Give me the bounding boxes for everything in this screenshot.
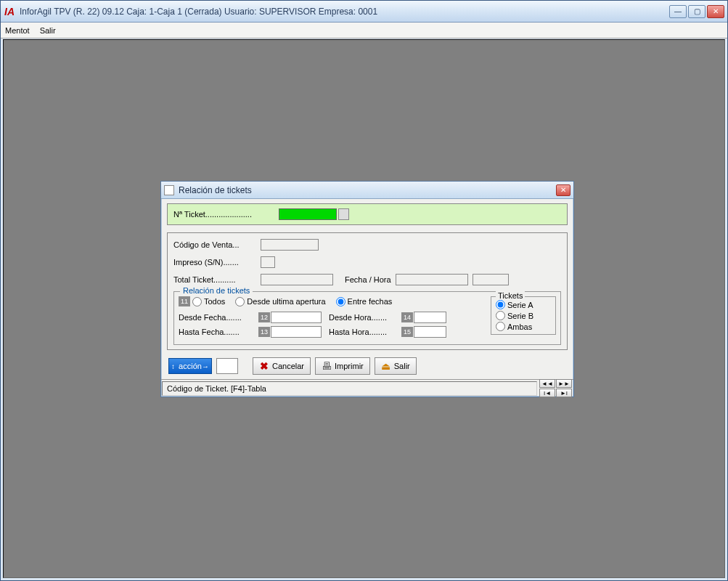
hora-input[interactable] xyxy=(473,274,509,285)
fecha-hora-label: Fecha / Hora xyxy=(345,275,391,284)
main-window: IA InforAgil TPV (R. 22) 09.12 Caja: 1-C… xyxy=(0,0,728,581)
dialog-body: Nª Ticket..................... Código de… xyxy=(161,199,573,379)
fieldset-legend: Relación de tickets xyxy=(180,286,253,295)
status-bar: Código de Ticket. [F4]-Tabla ◄◄ ►► I◄ ►I xyxy=(161,379,573,397)
desde-fecha-input[interactable] xyxy=(271,312,322,323)
cancel-button[interactable]: ✖ Cancelar xyxy=(253,357,311,375)
badge-15: 15 xyxy=(401,327,413,337)
ticket-lookup-button[interactable] xyxy=(338,208,349,220)
exit-button[interactable]: ⏏ Salir xyxy=(375,357,417,375)
badge-13: 13 xyxy=(258,327,270,337)
dialog-title: Relación de tickets xyxy=(179,185,556,195)
close-button[interactable]: ✕ xyxy=(707,5,724,18)
accion-input[interactable] xyxy=(216,358,238,374)
hasta-fecha-label: Hasta Fecha....... xyxy=(179,328,258,336)
dialog-titlebar[interactable]: Relación de tickets ✕ xyxy=(161,182,573,199)
app-icon: IA xyxy=(4,6,15,17)
relacion-tickets-dialog: Relación de tickets ✕ Nª Ticket.........… xyxy=(160,181,574,397)
hasta-fecha-input[interactable] xyxy=(271,326,322,338)
window-title: InforAgil TPV (R. 22) 09.12 Caja: 1-Caja… xyxy=(20,7,669,17)
radio-entre-fechas[interactable]: Entre fechas xyxy=(336,297,393,306)
mdi-client-area: Relación de tickets ✕ Nª Ticket.........… xyxy=(3,39,725,578)
relacion-tickets-fieldset: Relación de tickets 11 Todos xyxy=(173,291,561,345)
badge-14: 14 xyxy=(401,312,413,322)
maximize-button[interactable]: ▢ xyxy=(688,5,705,18)
hasta-hora-label: Hasta Hora........ xyxy=(329,328,401,336)
printer-icon: 🖶 xyxy=(322,361,332,371)
main-titlebar: IA InforAgil TPV (R. 22) 09.12 Caja: 1-C… xyxy=(1,1,727,23)
dialog-icon xyxy=(164,185,174,195)
desde-hora-label: Desde Hora....... xyxy=(329,313,401,322)
radio-ambas[interactable]: Ambas xyxy=(496,322,551,331)
codigo-venta-label: Código de Venta... xyxy=(173,240,261,249)
tickets-legend: Tickets xyxy=(496,291,525,300)
badge-12: 12 xyxy=(258,312,270,322)
nav-next-button[interactable]: ►I xyxy=(556,389,572,397)
desde-fecha-label: Desde Fecha....... xyxy=(179,313,258,322)
button-bar: acción ✖ Cancelar 🖶 Imprimir ⏏ Salir xyxy=(167,354,568,378)
form-panel: Código de Venta... Impreso (S/N)....... … xyxy=(167,232,568,350)
status-text: Código de Ticket. [F4]-Tabla xyxy=(162,381,537,396)
impreso-input[interactable] xyxy=(261,256,275,268)
cancel-icon: ✖ xyxy=(259,361,269,371)
menubar: Mentot Salir xyxy=(1,23,727,38)
menu-salir[interactable]: Salir xyxy=(40,26,56,35)
ticket-number-panel: Nª Ticket..................... xyxy=(167,203,568,225)
tickets-series-box: Tickets Serie A Serie B Ambas xyxy=(491,296,556,335)
dialog-close-button[interactable]: ✕ xyxy=(556,184,570,196)
fecha-input[interactable] xyxy=(396,274,468,285)
menu-mentot[interactable]: Mentot xyxy=(5,26,30,35)
codigo-venta-input[interactable] xyxy=(261,239,319,251)
radio-serie-a[interactable]: Serie A xyxy=(496,300,551,309)
nav-buttons: ◄◄ ►► I◄ ►I xyxy=(539,379,572,397)
exit-icon: ⏏ xyxy=(381,361,391,371)
minimize-button[interactable]: — xyxy=(669,5,687,18)
impreso-label: Impreso (S/N)....... xyxy=(173,258,261,267)
total-ticket-label: Total Ticket.......... xyxy=(173,275,261,284)
ticket-number-label: Nª Ticket..................... xyxy=(173,210,279,219)
badge-11: 11 xyxy=(179,296,190,306)
radio-todos[interactable]: Todos xyxy=(192,297,225,306)
nav-last-button[interactable]: ►► xyxy=(556,379,572,388)
desde-hora-input[interactable] xyxy=(414,312,446,323)
hasta-hora-input[interactable] xyxy=(414,326,446,338)
nav-prev-button[interactable]: I◄ xyxy=(539,389,555,397)
radio-desde-apertura[interactable]: Desde ultima apertura xyxy=(235,297,325,306)
nav-first-button[interactable]: ◄◄ xyxy=(539,379,555,388)
radio-serie-b[interactable]: Serie B xyxy=(496,311,551,320)
print-button[interactable]: 🖶 Imprimir xyxy=(315,357,370,375)
ticket-number-input[interactable] xyxy=(279,208,337,220)
total-ticket-input[interactable] xyxy=(261,274,333,285)
accion-button[interactable]: acción xyxy=(168,358,212,374)
